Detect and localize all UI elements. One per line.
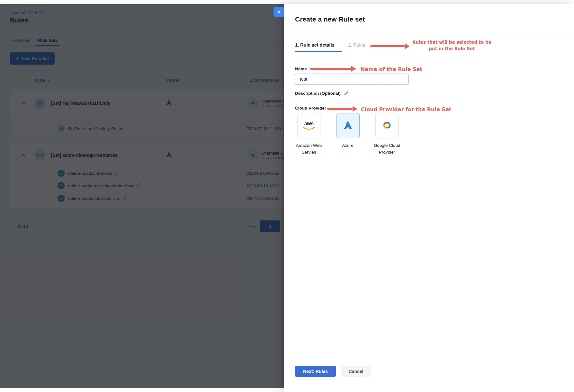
provider-card-azure[interactable]	[336, 113, 360, 138]
annotation-provider-note: Cloud Provider for the Rule Set	[361, 106, 451, 112]
aws-logo-icon: aws	[302, 121, 315, 130]
rules-page: Account: CCM-NG Rules All Rules Rule Set…	[0, 4, 284, 388]
close-icon: ×	[277, 9, 280, 15]
next-rules-button[interactable]: Next: Rules	[295, 366, 336, 377]
gcp-logo-icon	[380, 119, 394, 132]
cancel-button[interactable]: Cancel	[341, 366, 371, 377]
cloud-provider-label: Cloud Provider	[295, 106, 326, 111]
description-row: Description (Optional)	[295, 91, 349, 96]
annotation-arrow	[310, 66, 356, 72]
create-rule-set-modal: Create a new Rule set 1. Rule set detail…	[284, 4, 574, 392]
pencil-icon[interactable]	[344, 91, 349, 96]
annotation-step2-note: Rules that will be selected to be put in…	[410, 39, 494, 52]
step-rule-set-details[interactable]: 1. Rule set details	[295, 42, 335, 48]
modal-title: Create a new Rule set	[295, 15, 365, 23]
azure-logo-icon	[343, 120, 354, 131]
app-root: Account: CCM-NG Rules All Rules Rule Set…	[0, 0, 574, 392]
divider	[284, 38, 574, 38]
close-button[interactable]: ×	[274, 7, 284, 17]
description-label: Description (Optional)	[295, 91, 341, 96]
name-input[interactable]	[295, 74, 409, 85]
divider	[284, 53, 574, 53]
active-step-underline	[295, 51, 342, 52]
provider-label-azure: Azure	[328, 142, 367, 149]
provider-card-aws[interactable]: aws	[297, 113, 320, 138]
provider-label-gcp: Google Cloud Provider	[368, 142, 406, 156]
annotation-arrow	[327, 106, 357, 112]
annotation-arrow	[370, 43, 410, 49]
annotation-name-note: Name of the Rule Set	[361, 66, 422, 72]
name-label: Name	[295, 67, 307, 71]
modal-backdrop	[0, 4, 284, 388]
provider-label-aws: Amazon Web Servies	[290, 142, 328, 156]
provider-card-gcp[interactable]	[375, 113, 399, 138]
step-rules[interactable]: 2. Rules	[348, 42, 365, 48]
